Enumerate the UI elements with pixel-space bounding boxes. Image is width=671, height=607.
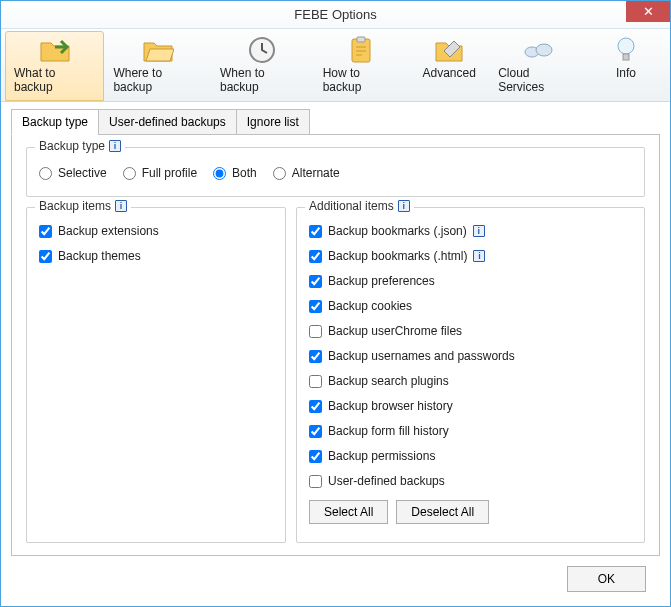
checkbox-input[interactable] (39, 225, 52, 238)
check-label: Backup themes (58, 245, 141, 267)
toolbar-cloud-services[interactable]: Cloud Services (489, 31, 586, 101)
info-icon[interactable]: i (473, 225, 485, 237)
svg-rect-6 (623, 54, 629, 60)
check-item[interactable]: Backup form fill history (309, 420, 632, 442)
select-all-button[interactable]: Select All (309, 500, 388, 524)
fieldset-backup-type: Backup type i Selective Full profile Bot… (26, 147, 645, 197)
checkbox-input[interactable] (309, 450, 322, 463)
radio-alternate[interactable]: Alternate (273, 162, 340, 184)
radio-both[interactable]: Both (213, 162, 257, 184)
check-label: Backup search plugins (328, 370, 449, 392)
bulb-icon (610, 36, 642, 64)
check-label: Backup extensions (58, 220, 159, 242)
info-icon[interactable]: i (115, 200, 127, 212)
fieldset-additional-items: Additional items i Backup bookmarks (.js… (296, 207, 645, 543)
legend-additional-items: Additional items i (305, 199, 414, 213)
info-icon[interactable]: i (473, 250, 485, 262)
toolbar-item-label: Cloud Services (498, 66, 577, 94)
check-label: Backup usernames and passwords (328, 345, 515, 367)
radio-input[interactable] (39, 167, 52, 180)
check-item[interactable]: Backup search plugins (309, 370, 632, 392)
toolbar-where-to-backup[interactable]: Where to backup (104, 31, 211, 101)
legend-backup-type: Backup type i (35, 139, 125, 153)
legend-text: Backup items (39, 199, 111, 213)
radio-selective[interactable]: Selective (39, 162, 107, 184)
checkbox-input[interactable] (309, 400, 322, 413)
toolbar-info[interactable]: Info (586, 31, 666, 101)
titlebar: FEBE Options ✕ (1, 1, 670, 29)
fieldset-backup-items: Backup items i Backup extensionsBackup t… (26, 207, 286, 543)
toolbar-item-label: What to backup (14, 66, 95, 94)
checkbox-input[interactable] (309, 275, 322, 288)
check-item[interactable]: Backup userChrome files (309, 320, 632, 342)
check-item[interactable]: Backup cookies (309, 295, 632, 317)
check-item[interactable]: Backup bookmarks (.html) (309, 245, 467, 267)
toolbar-advanced[interactable]: Advanced (409, 31, 489, 101)
footer: OK (11, 556, 660, 606)
toolbar-item-label: Where to backup (113, 66, 202, 94)
radio-label: Full profile (142, 162, 197, 184)
radio-label: Selective (58, 162, 107, 184)
toolbar-item-label: Info (616, 66, 636, 80)
legend-backup-items: Backup items i (35, 199, 131, 213)
check-label: Backup userChrome files (328, 320, 462, 342)
ok-button[interactable]: OK (567, 566, 646, 592)
check-item-row: Backup bookmarks (.html)i (309, 245, 632, 267)
tab-ignore-list[interactable]: Ignore list (236, 109, 310, 135)
svg-point-4 (536, 44, 552, 56)
checkbox-input[interactable] (309, 375, 322, 388)
checkbox-input[interactable] (39, 250, 52, 263)
folder-arrow-icon (39, 36, 71, 64)
toolbar-how-to-backup[interactable]: How to backup (314, 31, 410, 101)
checkbox-input[interactable] (309, 250, 322, 263)
toolbar-what-to-backup[interactable]: What to backup (5, 31, 104, 101)
radio-input[interactable] (213, 167, 226, 180)
tab-panel: Backup type i Selective Full profile Bot… (11, 134, 660, 556)
toolbar-when-to-backup[interactable]: When to backup (211, 31, 314, 101)
check-label: Backup bookmarks (.html) (328, 245, 467, 267)
close-icon: ✕ (643, 4, 654, 19)
svg-point-5 (618, 38, 634, 54)
backup-items-list: Backup extensionsBackup themes (39, 220, 273, 267)
toolbar-item-label: Advanced (423, 66, 476, 80)
close-button[interactable]: ✕ (626, 1, 670, 22)
info-icon[interactable]: i (109, 140, 121, 152)
clipboard-icon (345, 36, 377, 64)
radio-group-backup-type: Selective Full profile Both Alternate (39, 162, 632, 184)
toolbar-item-label: When to backup (220, 66, 305, 94)
check-item[interactable]: Backup extensions (39, 220, 273, 242)
check-item-row: Backup bookmarks (.json)i (309, 220, 632, 242)
radio-input[interactable] (123, 167, 136, 180)
check-label: Backup form fill history (328, 420, 449, 442)
cloud-icon (522, 36, 554, 64)
check-item[interactable]: Backup browser history (309, 395, 632, 417)
check-label: Backup cookies (328, 295, 412, 317)
info-icon[interactable]: i (398, 200, 410, 212)
toolbar-item-label: How to backup (323, 66, 401, 94)
check-item[interactable]: Backup usernames and passwords (309, 345, 632, 367)
check-item[interactable]: Backup themes (39, 245, 273, 267)
tab-backup-type[interactable]: Backup type (11, 109, 99, 135)
radio-input[interactable] (273, 167, 286, 180)
check-item[interactable]: Backup bookmarks (.json) (309, 220, 467, 242)
check-item[interactable]: Backup preferences (309, 270, 632, 292)
folder-open-icon (142, 36, 174, 64)
checkbox-input[interactable] (309, 475, 322, 488)
clock-icon (246, 36, 278, 64)
checkbox-input[interactable] (309, 225, 322, 238)
checkbox-input[interactable] (309, 300, 322, 313)
check-item[interactable]: User-defined backups (309, 470, 632, 492)
radio-full-profile[interactable]: Full profile (123, 162, 197, 184)
legend-text: Backup type (39, 139, 105, 153)
checkbox-input[interactable] (309, 350, 322, 363)
deselect-all-button[interactable]: Deselect All (396, 500, 489, 524)
content-area: Backup type User-defined backups Ignore … (1, 102, 670, 606)
checkbox-input[interactable] (309, 325, 322, 338)
checkbox-input[interactable] (309, 425, 322, 438)
tab-user-defined-backups[interactable]: User-defined backups (98, 109, 237, 135)
toolbar: What to backup Where to backup When to b… (1, 29, 670, 102)
check-item[interactable]: Backup permissions (309, 445, 632, 467)
window-title: FEBE Options (1, 7, 670, 22)
legend-text: Additional items (309, 199, 394, 213)
radio-label: Both (232, 162, 257, 184)
